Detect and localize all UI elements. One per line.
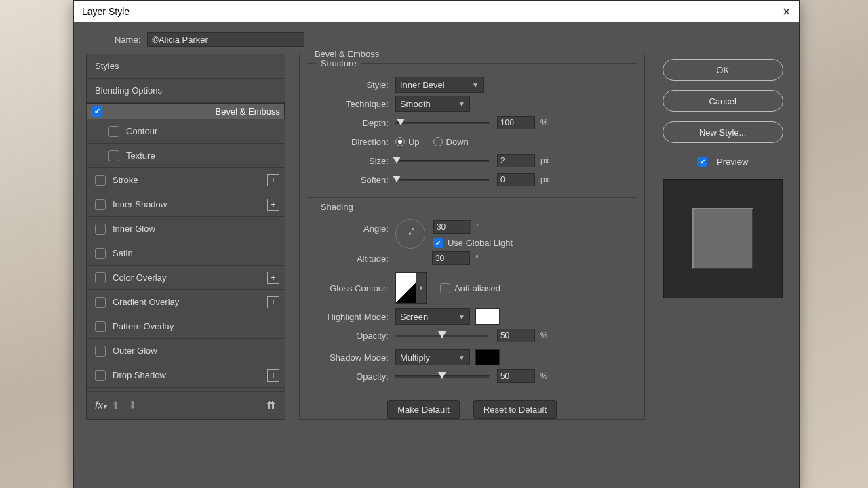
size-unit: px: [540, 156, 549, 165]
sidebar-item-label: Stroke: [113, 175, 138, 185]
ok-button[interactable]: OK: [663, 59, 783, 81]
sh-opacity-input[interactable]: [497, 369, 535, 383]
size-input[interactable]: [497, 154, 535, 167]
angle-wheel[interactable]: [395, 219, 425, 249]
preview-checkbox[interactable]: ✔Preview: [697, 157, 748, 167]
structure-group: Structure Style: Inner Bevel▼ Technique:…: [307, 58, 637, 198]
sidebar-item-gradient-overlay[interactable]: Gradient Overlay+: [87, 290, 285, 314]
gloss-contour-picker[interactable]: ▼: [395, 272, 427, 304]
sidebar-item-label: Texture: [126, 150, 155, 161]
sidebar-item-contour[interactable]: Contour: [87, 119, 285, 144]
checkbox-icon[interactable]: [108, 150, 119, 161]
altitude-unit: °: [475, 253, 479, 263]
checkbox-icon[interactable]: [95, 224, 106, 235]
plus-icon[interactable]: +: [267, 174, 279, 186]
depth-slider[interactable]: [395, 118, 489, 127]
antialiased-checkbox[interactable]: Anti-aliased: [440, 283, 500, 293]
layer-style-dialog: Layer Style ✕ Name: StylesBlending Optio…: [73, 0, 800, 488]
soften-slider[interactable]: [395, 175, 489, 184]
soften-unit: px: [540, 175, 549, 184]
structure-legend: Structure: [317, 58, 361, 68]
panel-title: Bevel & Emboss: [311, 49, 383, 59]
settings-panel: Bevel & Emboss Structure Style: Inner Be…: [299, 54, 645, 420]
make-default-button[interactable]: Make Default: [387, 400, 460, 419]
technique-label: Technique:: [317, 99, 395, 109]
preview-swatch: [692, 208, 753, 269]
size-label: Size:: [317, 156, 395, 166]
plus-icon[interactable]: +: [267, 369, 279, 382]
checkbox-icon[interactable]: [95, 370, 106, 381]
sidebar-item-inner-shadow[interactable]: Inner Shadow+: [87, 192, 285, 217]
angle-unit: °: [477, 222, 480, 232]
checkbox-icon[interactable]: [108, 126, 119, 137]
altitude-input[interactable]: [432, 251, 470, 265]
shadow-color-swatch[interactable]: [475, 349, 500, 365]
new-style-button[interactable]: New Style...: [663, 121, 783, 143]
sidebar-item-label: Inner Shadow: [113, 199, 167, 209]
highlight-mode-select[interactable]: Screen▼: [395, 308, 470, 325]
shading-group: Shading Angle: ° ✔Use Global Light Altit…: [307, 202, 637, 394]
depth-input[interactable]: [497, 116, 535, 129]
hl-opacity-input[interactable]: [497, 329, 535, 342]
sidebar-item-color-overlay[interactable]: Color Overlay+: [87, 266, 285, 290]
sidebar-item-label: Gradient Overlay: [113, 297, 179, 307]
sidebar-item-inner-glow[interactable]: Inner Glow: [87, 217, 285, 241]
arrow-up-icon[interactable]: ⬆: [111, 399, 120, 411]
soften-input[interactable]: [497, 173, 535, 186]
sidebar-item-drop-shadow[interactable]: Drop Shadow+: [87, 363, 285, 388]
checkbox-icon[interactable]: [95, 346, 106, 357]
plus-icon[interactable]: +: [267, 199, 279, 211]
chevron-down-icon: ▼: [458, 100, 465, 108]
cancel-button[interactable]: Cancel: [663, 90, 783, 112]
chevron-down-icon: ▼: [458, 313, 465, 321]
checkbox-icon[interactable]: [95, 272, 106, 283]
direction-down-radio[interactable]: Down: [433, 137, 469, 147]
sidebar-item-texture[interactable]: Texture: [87, 144, 285, 168]
checkbox-icon[interactable]: [95, 175, 106, 186]
sidebar-item-blending-options[interactable]: Blending Options: [87, 79, 285, 103]
size-slider[interactable]: [395, 156, 489, 165]
checkbox-icon[interactable]: [95, 199, 106, 210]
highlight-mode-label: Highlight Mode:: [317, 312, 395, 322]
effects-sidebar: StylesBlending Options✔Bevel & EmbossCon…: [86, 54, 285, 420]
fx-icon[interactable]: fx▾: [95, 399, 106, 411]
sidebar-item-label: Contour: [126, 126, 157, 136]
shadow-mode-select[interactable]: Multiply▼: [395, 349, 470, 365]
layer-name-input[interactable]: [147, 32, 304, 47]
sidebar-item-label: Drop Shadow: [113, 370, 166, 380]
hl-opacity-slider[interactable]: [395, 331, 489, 340]
style-select[interactable]: Inner Bevel▼: [395, 77, 484, 93]
sidebar-item-satin[interactable]: Satin: [87, 241, 285, 266]
checkbox-icon[interactable]: [95, 297, 106, 308]
gloss-contour-label: Gloss Contour:: [317, 283, 395, 293]
sh-opacity-slider[interactable]: [395, 371, 489, 381]
checkbox-icon[interactable]: [95, 321, 106, 332]
checkbox-icon[interactable]: ✔: [92, 106, 102, 117]
sidebar-item-label: Styles: [95, 61, 119, 71]
plus-icon[interactable]: +: [267, 296, 279, 308]
global-light-checkbox[interactable]: ✔Use Global Light: [433, 235, 513, 250]
shading-legend: Shading: [317, 202, 357, 212]
reset-default-button[interactable]: Reset to Default: [473, 400, 557, 419]
direction-label: Direction:: [317, 137, 395, 147]
arrow-down-icon[interactable]: ⬇: [128, 399, 137, 411]
highlight-color-swatch[interactable]: [475, 308, 500, 325]
sidebar-item-bevel-emboss[interactable]: ✔Bevel & Emboss: [87, 103, 285, 119]
sidebar-item-pattern-overlay[interactable]: Pattern Overlay: [87, 314, 285, 339]
soften-label: Soften:: [317, 175, 395, 185]
sidebar-item-label: Satin: [113, 248, 133, 258]
trash-icon[interactable]: 🗑: [266, 399, 277, 411]
style-label: Style:: [317, 80, 395, 90]
sidebar-item-label: Outer Glow: [113, 346, 157, 356]
depth-unit: %: [540, 118, 548, 127]
checkbox-icon[interactable]: [95, 248, 106, 259]
close-icon[interactable]: ✕: [782, 5, 791, 18]
technique-select[interactable]: Smooth▼: [395, 96, 470, 112]
sidebar-item-styles[interactable]: Styles: [87, 54, 285, 79]
angle-input[interactable]: [433, 220, 471, 234]
sidebar-item-stroke[interactable]: Stroke+: [87, 168, 285, 192]
sidebar-item-outer-glow[interactable]: Outer Glow: [87, 339, 285, 363]
titlebar: Layer Style ✕: [74, 1, 799, 22]
plus-icon[interactable]: +: [267, 272, 279, 284]
direction-up-radio[interactable]: Up: [395, 137, 420, 147]
